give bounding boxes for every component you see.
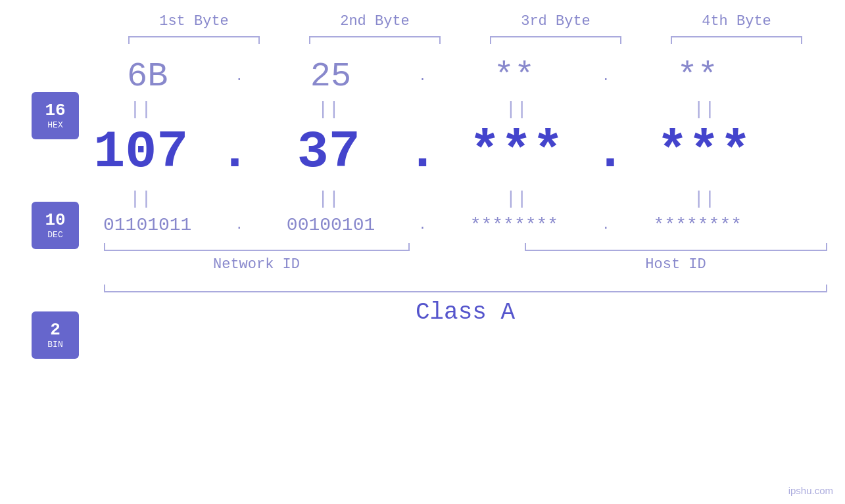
bin-cell-1: 01101011 [68,215,226,235]
dec-value-4: *** [657,122,752,182]
dec-dot-2: . [406,122,438,182]
hex-value-4: ** [677,57,718,96]
bin-value-4: ******** [654,215,742,235]
host-bracket [525,243,827,251]
class-label-row: Class A [104,299,827,326]
bin-badge-num: 2 [50,321,60,340]
dec-cell-4: *** [625,122,783,182]
main-container: 1st Byte 2nd Byte 3rd Byte 4th Byte 16 H… [0,0,845,504]
bin-cell-4: ******** [619,215,777,235]
network-id-label: Network ID [104,256,410,273]
bin-dot-1: . [235,218,243,233]
hex-dot-1: . [235,69,243,84]
dec-badge-num: 10 [45,211,65,230]
eq-cell-4: || [625,99,783,120]
byte-header-3: 3rd Byte [477,13,635,30]
bin-badge: 2 BIN [32,311,79,359]
bin-value-1: 01101011 [103,215,191,235]
eq2-cell-2: || [250,189,408,209]
byte-headers: 1st Byte 2nd Byte 3rd Byte 4th Byte [104,13,827,30]
hex-value-1: 6B [127,57,168,96]
hex-cell-4: ** [619,57,777,96]
top-brackets [104,36,827,44]
watermark: ipshu.com [788,485,833,496]
eq-cell-3: || [437,99,595,120]
id-labels-row: Network ID Host ID [104,256,827,273]
hex-badge-num: 16 [45,101,65,120]
hex-dot-3: . [602,69,610,84]
hex-value-2: 25 [310,57,351,96]
bin-row: 01101011 . 00100101 . ******** . *******… [61,215,785,235]
dec-badge-label: DEC [47,230,62,240]
eq2-cell-1: || [62,189,220,209]
hex-badge: 16 HEX [32,92,79,139]
hex-dot-2: . [418,69,426,84]
bin-dot-2: . [418,218,426,233]
hex-cell-3: ** [435,57,593,96]
eq-cell-1: || [62,99,220,120]
eq2-cell-4: || [625,189,783,209]
hex-badge-label: HEX [47,120,62,130]
host-id-label: Host ID [525,256,827,273]
badges-column: 16 HEX 10 DEC 2 BIN [32,92,79,359]
hex-cell-1: 6B [68,57,226,96]
bin-dot-3: . [602,218,610,233]
bracket-1 [128,36,260,44]
bin-badge-label: BIN [47,340,62,350]
dec-cell-1: 107 [62,122,220,182]
dec-cell-3: *** [437,122,595,182]
bracket-3 [490,36,621,44]
dec-badge: 10 DEC [32,202,79,249]
dec-row: 107 . 37 . *** . *** [61,122,785,182]
bin-cell-2: 00100101 [252,215,410,235]
bottom-brackets [104,243,827,251]
eq-row-1: || || || || [61,96,785,122]
bin-value-2: 00100101 [287,215,375,235]
dec-value-1: 107 [93,122,188,182]
dec-value-2: 37 [297,122,360,182]
full-bracket [104,285,827,292]
dec-dot-1: . [219,122,251,182]
bracket-2 [309,36,441,44]
hex-cell-2: 25 [252,57,410,96]
eq-row-2: || || || || [61,182,785,215]
bin-value-3: ******** [470,215,558,235]
bracket-4 [671,36,802,44]
network-bracket [104,243,410,251]
eq2-cell-3: || [437,189,595,209]
full-bracket-row [104,285,827,292]
class-label: Class A [416,299,515,326]
byte-header-1: 1st Byte [115,13,273,30]
byte-header-2: 2nd Byte [296,13,454,30]
byte-header-4: 4th Byte [658,13,815,30]
bin-cell-3: ******** [435,215,593,235]
dec-cell-2: 37 [250,122,408,182]
dec-dot-3: . [594,122,626,182]
hex-value-3: ** [494,57,535,96]
eq-cell-2: || [250,99,408,120]
dec-value-3: *** [469,122,564,182]
hex-row: 6B . 25 . ** . ** [61,57,785,96]
